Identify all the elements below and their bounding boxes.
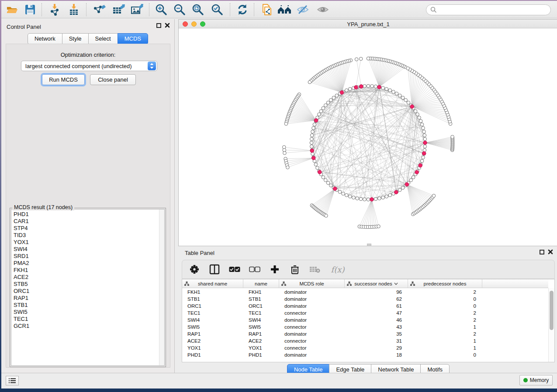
refresh-layout-button[interactable] bbox=[235, 2, 250, 17]
cell-name: TEC1 bbox=[243, 309, 279, 316]
mcds-result-item[interactable]: PMA2 bbox=[11, 260, 164, 267]
mcds-result-item[interactable]: YOX1 bbox=[11, 239, 164, 246]
cell-shared-name: PHD1 bbox=[182, 351, 243, 358]
cell-name: RAP1 bbox=[243, 330, 279, 337]
hide-elements-button[interactable] bbox=[295, 2, 311, 17]
open-file-button[interactable] bbox=[4, 2, 20, 17]
zoom-in-button[interactable] bbox=[153, 2, 169, 17]
mcds-result-item[interactable]: STB1 bbox=[11, 302, 164, 309]
zoom-selected-button[interactable] bbox=[209, 2, 225, 17]
cell-shared-name: TEC1 bbox=[182, 309, 243, 316]
cell-successor-nodes: 43 bbox=[345, 323, 408, 330]
export-network-button[interactable] bbox=[91, 2, 107, 17]
column-header-shared-name[interactable]: shared name bbox=[182, 279, 243, 288]
save-session-button[interactable] bbox=[22, 2, 38, 17]
split-view-button[interactable] bbox=[208, 263, 221, 275]
run-mcds-button[interactable]: Run MCDS bbox=[42, 74, 85, 85]
mcds-result-item[interactable]: STB5 bbox=[11, 281, 164, 288]
column-header-name[interactable]: name bbox=[243, 279, 279, 288]
column-header-successor-nodes[interactable]: successor nodes bbox=[345, 279, 408, 288]
cell-MCDS-role: dominator bbox=[279, 316, 345, 323]
network-canvas[interactable] bbox=[179, 28, 557, 246]
mcds-result-item[interactable]: STP4 bbox=[11, 225, 164, 232]
save-icon bbox=[24, 3, 36, 16]
mcds-result-list[interactable]: PHD1CAR1STP4TID3YOX1SWI4SRD1PMA2FKH1ACE2… bbox=[11, 209, 165, 366]
table-row[interactable]: RAP1RAP1dominator352 bbox=[182, 330, 548, 337]
close-table-panel-icon[interactable] bbox=[548, 249, 553, 254]
mcds-result-item[interactable]: ACE2 bbox=[11, 274, 164, 281]
mcds-result-item[interactable]: SWI4 bbox=[11, 246, 164, 253]
delete-table-button[interactable] bbox=[309, 263, 321, 275]
delete-column-button[interactable] bbox=[289, 263, 301, 275]
close-panel-icon[interactable] bbox=[165, 23, 170, 28]
zoom-out-icon bbox=[173, 3, 186, 16]
mcds-result-item[interactable]: CAR1 bbox=[11, 218, 164, 225]
table-row[interactable]: SWI5SWI5connector431 bbox=[182, 323, 548, 330]
export-table-button[interactable] bbox=[111, 2, 126, 17]
zoom-out-button[interactable] bbox=[172, 2, 187, 17]
tab-style[interactable]: Style bbox=[62, 33, 89, 45]
cell-MCDS-role: dominator bbox=[279, 289, 345, 296]
toolbar-separator bbox=[149, 3, 149, 16]
cell-predecessor-nodes: 0 bbox=[408, 351, 482, 358]
cell-MCDS-role: connector bbox=[279, 323, 345, 330]
mcds-result-item[interactable]: GCR1 bbox=[11, 323, 164, 330]
table-row[interactable]: STB1STB1dominator620 bbox=[182, 296, 548, 303]
table-row[interactable]: PHD1PHD1dominator180 bbox=[182, 351, 548, 358]
tab-network[interactable]: Network bbox=[28, 33, 62, 45]
memory-button[interactable]: Memory bbox=[519, 375, 553, 385]
network-graph[interactable] bbox=[179, 28, 557, 246]
tab-mcds[interactable]: MCDS bbox=[118, 33, 148, 45]
mcds-result-item[interactable]: TEC1 bbox=[11, 316, 164, 323]
table-settings-button[interactable] bbox=[188, 263, 201, 275]
table-row[interactable]: FKH1FKH1dominator962 bbox=[182, 289, 548, 296]
column-header-predecessor-nodes[interactable]: predecessor nodes bbox=[408, 279, 482, 288]
cell-shared-name: SWI5 bbox=[182, 323, 243, 330]
network-window-title: YPA_prune.txt_1 bbox=[179, 21, 557, 28]
table-row[interactable]: YOX1YOX1connector291 bbox=[182, 344, 548, 351]
search-input[interactable] bbox=[426, 4, 551, 15]
mcds-result-item[interactable]: ORC1 bbox=[11, 288, 164, 295]
duplicate-network-button[interactable] bbox=[259, 2, 275, 17]
cell-shared-name: ACE2 bbox=[182, 337, 243, 344]
table-row[interactable]: ORC1ORC1dominator610 bbox=[182, 303, 548, 309]
cell-successor-nodes: 61 bbox=[345, 303, 408, 309]
import-network-button[interactable] bbox=[47, 2, 62, 17]
checked-boxes-icon bbox=[229, 266, 240, 272]
toolbar-separator bbox=[230, 3, 230, 16]
float-panel-button[interactable] bbox=[156, 23, 161, 28]
table-row[interactable]: ACE2ACE2connector311 bbox=[182, 337, 548, 344]
list-scrollbar[interactable] bbox=[159, 210, 164, 365]
float-table-panel-button[interactable] bbox=[540, 250, 544, 254]
close-panel-button[interactable]: Close panel bbox=[90, 74, 136, 85]
import-table-button[interactable] bbox=[66, 2, 82, 17]
select-all-button[interactable] bbox=[228, 263, 241, 275]
mcds-result-item[interactable]: RAP1 bbox=[11, 295, 164, 302]
mcds-result-item[interactable]: TID3 bbox=[11, 232, 164, 239]
mcds-result-item[interactable]: SWI5 bbox=[11, 309, 164, 316]
table-scrollbar[interactable] bbox=[548, 288, 554, 362]
mcds-result-item[interactable]: FKH1 bbox=[11, 267, 164, 274]
export-image-button[interactable] bbox=[129, 2, 145, 17]
tab-select[interactable]: Select bbox=[88, 33, 118, 45]
status-menu-button[interactable] bbox=[6, 376, 19, 385]
houses-button[interactable] bbox=[277, 2, 292, 17]
table-row[interactable]: SWI4SWI4dominator462 bbox=[182, 316, 548, 323]
zoom-fit-button[interactable] bbox=[190, 2, 206, 17]
table-row[interactable]: TEC1TEC1connector472 bbox=[182, 309, 548, 316]
function-builder-button[interactable]: f(x) bbox=[329, 263, 346, 275]
criterion-select[interactable]: largest connected component (undirected) bbox=[21, 61, 157, 71]
control-panel-title: Control Panel bbox=[7, 24, 41, 30]
table-scrollbar-thumb[interactable] bbox=[550, 291, 554, 330]
column-header-MCDS-role[interactable]: MCDS role bbox=[279, 279, 345, 288]
network-window-titlebar[interactable]: YPA_prune.txt_1 bbox=[179, 20, 557, 28]
add-column-button[interactable] bbox=[269, 263, 281, 275]
memory-button-label: Memory bbox=[530, 377, 549, 383]
mcds-result-item[interactable]: SRD1 bbox=[11, 253, 164, 260]
show-elements-button[interactable] bbox=[315, 2, 331, 17]
cell-successor-nodes: 18 bbox=[345, 351, 408, 358]
table-toolbar: f(x) bbox=[182, 260, 555, 279]
deselect-all-button[interactable] bbox=[249, 263, 261, 275]
delete-table-icon bbox=[309, 266, 321, 273]
mcds-result-item[interactable]: PHD1 bbox=[11, 211, 164, 218]
